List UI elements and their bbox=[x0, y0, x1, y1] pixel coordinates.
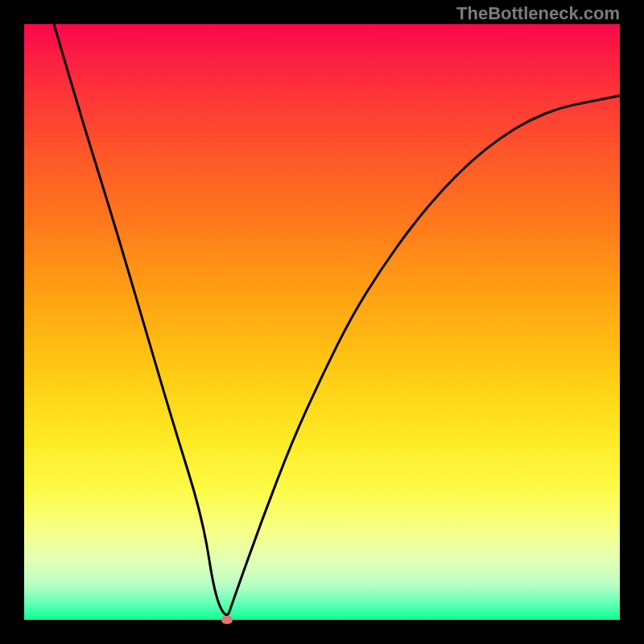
minimum-marker bbox=[221, 616, 233, 624]
bottleneck-curve bbox=[24, 24, 620, 620]
chart-frame: TheBottleneck.com bbox=[0, 0, 644, 644]
attribution-text: TheBottleneck.com bbox=[456, 3, 620, 24]
plot-area bbox=[24, 24, 620, 620]
